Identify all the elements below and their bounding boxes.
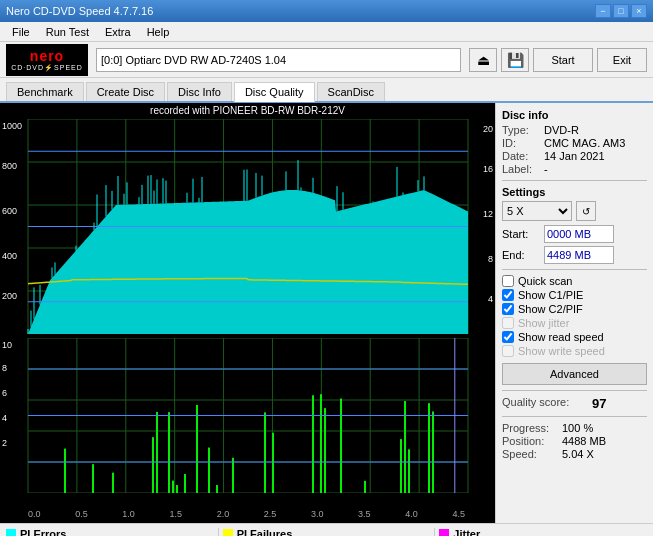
- pi-errors-header: PI Errors: [6, 528, 214, 536]
- position-row: Position: 4488 MB: [502, 435, 647, 447]
- divider-3: [502, 390, 647, 391]
- save-button[interactable]: 💾: [501, 48, 529, 72]
- disc-type-label: Type:: [502, 124, 544, 136]
- speed-value: 5.04 X: [562, 448, 594, 460]
- start-input[interactable]: [544, 225, 614, 243]
- speed-select[interactable]: 5 X 4 X 8 X Max: [502, 201, 572, 221]
- pi-failures-dot: [223, 529, 233, 536]
- pi-failures-header: PI Failures: [223, 528, 431, 536]
- stats-bar: PI Errors Average: 160.73 Maximum: 624 T…: [0, 523, 653, 536]
- disc-date-value: 14 Jan 2021: [544, 150, 647, 162]
- tab-scan-disc[interactable]: ScanDisc: [317, 82, 385, 101]
- top-chart-canvas: [0, 119, 490, 334]
- main-content: recorded with PIONEER BD-RW BDR-212V 20 …: [0, 103, 653, 523]
- show-jitter-row: Show jitter: [502, 317, 647, 329]
- x-label-10: 1.0: [122, 509, 135, 519]
- quality-score-row: Quality score: 97: [502, 396, 647, 411]
- close-button[interactable]: ×: [631, 4, 647, 18]
- settings-reload-button[interactable]: ↺: [576, 201, 596, 221]
- divider-4: [502, 416, 647, 417]
- pi-failures-group: PI Failures Average: 0.01 Maximum: 6 Tot…: [223, 528, 431, 536]
- tab-disc-quality[interactable]: Disc Quality: [234, 82, 315, 102]
- pi-errors-dot: [6, 529, 16, 536]
- quick-scan-row: Quick scan: [502, 275, 647, 287]
- jitter-dot: [439, 529, 449, 536]
- settings-title: Settings: [502, 186, 647, 198]
- show-read-speed-row: Show read speed: [502, 331, 647, 343]
- progress-row: Progress: 100 %: [502, 422, 647, 434]
- stat-divider-1: [218, 528, 219, 536]
- start-button[interactable]: Start: [533, 48, 593, 72]
- advanced-button[interactable]: Advanced: [502, 363, 647, 385]
- tab-disc-info[interactable]: Disc Info: [167, 82, 232, 101]
- disc-id-value: CMC MAG. AM3: [544, 137, 647, 149]
- pi-errors-title: PI Errors: [20, 528, 66, 536]
- quick-scan-checkbox[interactable]: [502, 275, 514, 287]
- disc-id-row: ID: CMC MAG. AM3: [502, 137, 647, 149]
- disc-date-row: Date: 14 Jan 2021: [502, 150, 647, 162]
- chart-area: recorded with PIONEER BD-RW BDR-212V 20 …: [0, 103, 495, 523]
- show-c2-checkbox[interactable]: [502, 303, 514, 315]
- jitter-header: Jitter: [439, 528, 647, 536]
- x-label-35: 3.5: [358, 509, 371, 519]
- end-label: End:: [502, 249, 540, 261]
- jitter-group: Jitter Average: - Maximum: - PO failures…: [439, 528, 647, 536]
- disc-info-title: Disc info: [502, 109, 647, 121]
- x-axis-labels: 0.0 0.5 1.0 1.5 2.0 2.5 3.0 3.5 4.0 4.5: [0, 509, 495, 519]
- x-label-25: 2.5: [264, 509, 277, 519]
- speed-setting-row: 5 X 4 X 8 X Max ↺: [502, 201, 647, 221]
- divider-2: [502, 269, 647, 270]
- x-label-45: 4.5: [452, 509, 465, 519]
- pi-errors-group: PI Errors Average: 160.73 Maximum: 624 T…: [6, 528, 214, 536]
- show-jitter-checkbox[interactable]: [502, 317, 514, 329]
- titlebar: Nero CD-DVD Speed 4.7.7.16 − □ ×: [0, 0, 653, 22]
- pi-failures-title: PI Failures: [237, 528, 293, 536]
- disc-id-label: ID:: [502, 137, 544, 149]
- disc-type-value: DVD-R: [544, 124, 647, 136]
- start-row: Start:: [502, 225, 647, 243]
- disc-label-label: Label:: [502, 163, 544, 175]
- show-read-speed-checkbox[interactable]: [502, 331, 514, 343]
- show-read-speed-label: Show read speed: [518, 331, 604, 343]
- menubar: File Run Test Extra Help: [0, 22, 653, 42]
- show-write-speed-checkbox[interactable]: [502, 345, 514, 357]
- show-c2-label: Show C2/PIF: [518, 303, 583, 315]
- x-label-20: 2.0: [217, 509, 230, 519]
- nero-brand: nero: [30, 48, 64, 64]
- minimize-button[interactable]: −: [595, 4, 611, 18]
- speed-row: Speed: 5.04 X: [502, 448, 647, 460]
- disc-date-label: Date:: [502, 150, 544, 162]
- drive-selector[interactable]: [0:0] Optiarc DVD RW AD-7240S 1.04: [96, 48, 461, 72]
- show-c1-checkbox[interactable]: [502, 289, 514, 301]
- position-label: Position:: [502, 435, 562, 447]
- nero-subbrand: CD·DVD⚡SPEED: [11, 64, 83, 72]
- position-value: 4488 MB: [562, 435, 606, 447]
- chart-title: recorded with PIONEER BD-RW BDR-212V: [150, 105, 345, 116]
- eject-button[interactable]: ⏏: [469, 48, 497, 72]
- start-label: Start:: [502, 228, 540, 240]
- tab-create-disc[interactable]: Create Disc: [86, 82, 165, 101]
- menu-help[interactable]: Help: [139, 24, 178, 40]
- nero-logo: nero CD·DVD⚡SPEED: [6, 44, 88, 76]
- show-c1-row: Show C1/PIE: [502, 289, 647, 301]
- drive-label: [0:0] Optiarc DVD RW AD-7240S 1.04: [101, 54, 286, 66]
- quick-scan-label: Quick scan: [518, 275, 572, 287]
- quality-label: Quality score:: [502, 396, 592, 411]
- maximize-button[interactable]: □: [613, 4, 629, 18]
- x-label-15: 1.5: [169, 509, 182, 519]
- end-row: End:: [502, 246, 647, 264]
- tab-benchmark[interactable]: Benchmark: [6, 82, 84, 101]
- bottom-chart-canvas: [0, 338, 490, 493]
- bottom-chart: 10 8 6 4 2: [0, 338, 495, 498]
- right-panel: Disc info Type: DVD-R ID: CMC MAG. AM3 D…: [495, 103, 653, 523]
- menu-extra[interactable]: Extra: [97, 24, 139, 40]
- menu-file[interactable]: File: [4, 24, 38, 40]
- quality-value: 97: [592, 396, 606, 411]
- end-input[interactable]: [544, 246, 614, 264]
- divider-1: [502, 180, 647, 181]
- jitter-title: Jitter: [453, 528, 480, 536]
- show-jitter-label: Show jitter: [518, 317, 569, 329]
- exit-button[interactable]: Exit: [597, 48, 647, 72]
- menu-runtest[interactable]: Run Test: [38, 24, 97, 40]
- window-title: Nero CD-DVD Speed 4.7.7.16: [6, 5, 153, 17]
